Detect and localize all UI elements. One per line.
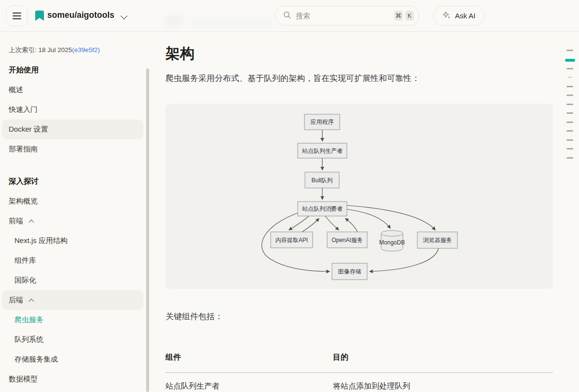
diagram-node-label: OpenAI服务 <box>331 236 363 243</box>
sidebar-item[interactable]: 概述 <box>0 80 150 100</box>
search-icon <box>283 11 291 21</box>
hamburger-menu-button[interactable] <box>6 5 28 27</box>
search-input[interactable] <box>296 12 392 20</box>
sidebar-item-label: 概述 <box>9 85 23 95</box>
sidebar-item[interactable]: 后端 <box>2 290 143 310</box>
sidebar-item[interactable]: 爬虫服务 <box>0 310 150 330</box>
sidebar-item-label: 部署指南 <box>9 145 38 154</box>
outline-marker[interactable] <box>566 157 573 159</box>
diagram-node-bull: Bull队列 <box>305 172 339 188</box>
diagram-node-label: 内容提取API <box>276 236 308 243</box>
sidebar-item-label: 快速入门 <box>9 105 38 114</box>
components-table: 组件 目的 站点队列生产者将站点添加到处理队列 <box>165 352 553 392</box>
sidebar-item[interactable]: 前端 <box>0 211 150 231</box>
ask-ai-label: Ask AI <box>455 12 476 20</box>
outline-marker[interactable] <box>566 112 573 114</box>
kbd-k: K <box>405 11 414 21</box>
sidebar-item[interactable]: 架构概览 <box>0 191 150 211</box>
sidebar-item[interactable]: Docker 设置 <box>2 120 143 139</box>
sidebar-item[interactable]: 队列系统 <box>0 330 150 350</box>
top-header: someu/aigotools ⌘ K Ask AI <box>0 0 579 32</box>
outline-marker[interactable] <box>566 95 573 96</box>
architecture-diagram-svg: 应用程序站点队列生产者Bull队列站点队列消费者内容提取APIOpenAI服务M… <box>165 104 553 289</box>
chevron-up-icon <box>28 219 34 225</box>
sidebar-item-label: 国际化 <box>14 276 36 285</box>
sidebar-item[interactable]: 部署指南 <box>0 139 150 159</box>
sidebar-item[interactable]: 数据模型 <box>0 369 150 389</box>
kbd-cmd: ⌘ <box>394 11 403 21</box>
outline-marker[interactable] <box>566 50 573 51</box>
table-row: 站点队列生产者将站点添加到处理队列 <box>165 373 553 392</box>
sidebar-item-label: 爬虫服务 <box>14 315 43 324</box>
diagram-edge-extract-consumer <box>302 218 319 232</box>
diagram-node-label: MongoDB <box>379 239 405 245</box>
diagram-node-imgstore: 图像存储 <box>332 263 367 280</box>
diagram-node-consumer: 站点队列消费者 <box>298 202 347 216</box>
page-title: 架构 <box>165 44 553 64</box>
main-content: 架构 爬虫服务采用分布式、基于队列的架构，旨在实现可扩展性和可靠性： 应用程序站… <box>165 32 553 392</box>
sidebar-item-label: 前端 <box>9 216 23 226</box>
outline-marker[interactable] <box>566 68 573 69</box>
sparkle-icon <box>442 11 451 21</box>
diagram-node-label: 站点队列生产者 <box>302 147 343 154</box>
diagram-node-label: 应用程序 <box>311 119 334 125</box>
table-header-component: 组件 <box>165 352 333 373</box>
diagram-node-app: 应用程序 <box>304 114 340 130</box>
table-header-purpose: 目的 <box>333 352 553 373</box>
sidebar-nav: 开始使用概述快速入门Docker 设置部署指南深入探讨架构概览前端Next.js… <box>0 60 150 389</box>
diagram-node-extract: 内容提取API <box>271 232 313 248</box>
sidebar-item-label: 存储服务集成 <box>14 355 58 364</box>
diagram-edge-consumer-extract <box>289 216 309 230</box>
diagram-node-openai: OpenAI服务 <box>327 232 367 248</box>
table-header-row: 组件 目的 <box>165 352 553 373</box>
sidebar-item-label: Next.js 应用结构 <box>14 236 68 245</box>
sidebar-item[interactable]: 组件库 <box>0 251 150 270</box>
diagram-node-label: 站点队列消费者 <box>302 205 343 212</box>
outline-marker[interactable] <box>566 130 573 132</box>
diagram-node-label: Bull队列 <box>311 176 332 183</box>
outline-marker[interactable] <box>566 148 573 149</box>
sidebar: 上次索引: 18 Jul 2025(e39e5f2) 开始使用概述快速入门Doc… <box>0 32 150 392</box>
table-cell: 将站点添加到处理队列 <box>333 373 553 392</box>
outline-marker[interactable] <box>567 77 572 78</box>
diagram-edge-browser-imgstore <box>370 248 439 271</box>
sidebar-item[interactable]: 存储服务集成 <box>0 350 150 369</box>
repo-title[interactable]: someu/aigotools <box>47 10 114 20</box>
diagram-edge-consumer-openai <box>325 216 339 230</box>
last-indexed: 上次索引: 18 Jul 2025(e39e5f2) <box>9 46 150 54</box>
diagram-edge-openai-consumer <box>345 218 358 232</box>
bookmark-icon <box>35 11 44 23</box>
sidebar-item[interactable]: 国际化 <box>0 270 150 290</box>
sidebar-scrollbar-thumb[interactable] <box>146 68 149 392</box>
sidebar-section-title: 开始使用 <box>0 60 150 80</box>
diagram-node-label: 图像存储 <box>338 268 361 275</box>
diagram-node-mongo: MongoDB <box>379 230 405 251</box>
outline-marker[interactable] <box>566 86 573 87</box>
last-indexed-label: 上次索引: 18 Jul 2025 <box>9 46 72 54</box>
sidebar-item-label: 数据模型 <box>9 375 38 384</box>
sidebar-item-label: 架构概览 <box>9 197 38 206</box>
sidebar-item-label: Docker 设置 <box>9 125 48 134</box>
outline-marker[interactable] <box>566 104 573 105</box>
sidebar-item-label: 后端 <box>9 296 23 305</box>
outline-marker-active[interactable] <box>565 59 575 62</box>
chevron-up-icon <box>28 298 34 304</box>
sidebar-item[interactable]: 快速入门 <box>0 100 150 120</box>
diagram-node-producer: 站点队列生产者 <box>298 143 347 158</box>
key-components-label: 关键组件包括： <box>165 311 553 322</box>
outline-marker[interactable] <box>566 122 573 123</box>
outline-marker[interactable] <box>566 139 573 141</box>
sidebar-item-label: 队列系统 <box>14 335 43 344</box>
search-bar[interactable]: ⌘ K <box>275 6 419 26</box>
sidebar-item[interactable]: Next.js 应用结构 <box>0 231 150 251</box>
ask-ai-button[interactable]: Ask AI <box>433 6 485 26</box>
sidebar-section-title: 深入探讨 <box>0 172 150 191</box>
commit-link[interactable]: (e39e5f2) <box>72 46 100 54</box>
table-cell: 站点队列生产者 <box>165 373 333 392</box>
diagram-node-label: 浏览器服务 <box>423 237 452 243</box>
page-outline-minimap <box>564 50 576 166</box>
intro-paragraph: 爬虫服务采用分布式、基于队列的架构，旨在实现可扩展性和可靠性： <box>165 73 553 85</box>
diagram-edge-consumer-browser <box>347 205 435 230</box>
chevron-down-icon[interactable] <box>121 13 127 19</box>
architecture-diagram-panel: 应用程序站点队列生产者Bull队列站点队列消费者内容提取APIOpenAI服务M… <box>165 104 553 289</box>
